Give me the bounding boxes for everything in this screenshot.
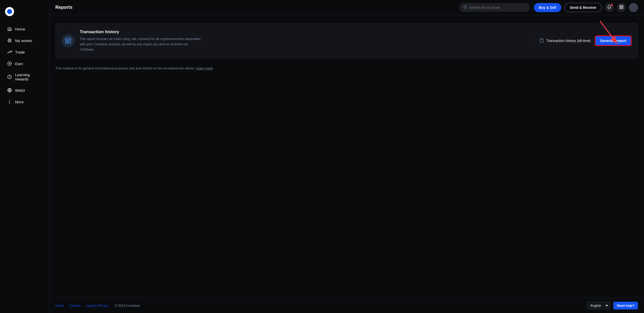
- earn-icon: [7, 61, 12, 66]
- sidebar-item-learning-rewards[interactable]: Learning rewards: [2, 70, 47, 84]
- send-receive-button[interactable]: Send & Receive: [564, 3, 602, 12]
- sidebar-item-earn-label: Earn: [15, 62, 23, 66]
- report-card: Transaction history This report includes…: [55, 23, 638, 58]
- sidebar: Home My assets Trade: [0, 0, 49, 313]
- sidebar-item-more-label: More: [15, 100, 24, 104]
- report-title: Transaction history: [80, 29, 522, 34]
- sidebar-item-my-assets[interactable]: My assets: [2, 35, 47, 46]
- report-type: Transaction history (all-time): [539, 38, 591, 43]
- svg-rect-17: [620, 8, 621, 9]
- sidebar-item-trade-label: Trade: [15, 50, 25, 54]
- buy-sell-button[interactable]: Buy & Sell: [534, 3, 561, 12]
- avatar[interactable]: [629, 3, 638, 12]
- sidebar-item-web3[interactable]: Web3: [2, 85, 47, 96]
- search-icon: [463, 5, 467, 10]
- home-icon: [7, 26, 12, 31]
- learn-more-link[interactable]: Learn more: [196, 66, 213, 70]
- need-help-button[interactable]: Need help?: [613, 302, 638, 309]
- sidebar-logo[interactable]: [0, 4, 49, 23]
- svg-point-3: [9, 40, 10, 41]
- sidebar-item-trade[interactable]: Trade: [2, 47, 47, 58]
- svg-rect-18: [622, 8, 623, 9]
- transaction-history-icon: [65, 37, 72, 45]
- notification-dot: [611, 4, 613, 6]
- footer-link-careers[interactable]: Careers: [69, 304, 81, 307]
- topbar-actions: Buy & Sell Send & Receive: [534, 3, 638, 12]
- footer-copyright: © 2023 Coinbase: [114, 304, 140, 307]
- notifications-button[interactable]: [605, 3, 614, 12]
- learning-icon: [7, 74, 12, 79]
- svg-rect-15: [620, 5, 621, 7]
- my-assets-icon: [7, 38, 12, 43]
- svg-point-10: [9, 100, 10, 101]
- main-content: Transaction history This report includes…: [49, 15, 644, 301]
- footer-links: Home Careers Legal & Privacy: [55, 304, 108, 307]
- apps-button[interactable]: [617, 3, 626, 12]
- report-info: Transaction history This report includes…: [80, 29, 522, 52]
- more-icon: [7, 99, 12, 104]
- report-description: This report includes all orders (buy, se…: [80, 36, 200, 52]
- sidebar-nav: Home My assets Trade: [0, 23, 49, 309]
- svg-point-11: [9, 102, 10, 102]
- report-icon-wrapper: [62, 34, 75, 47]
- sidebar-item-my-assets-label: My assets: [15, 38, 32, 43]
- svg-point-2: [8, 39, 11, 42]
- footer-link-home[interactable]: Home: [55, 304, 64, 307]
- svg-rect-19: [66, 38, 71, 43]
- svg-point-12: [9, 103, 10, 104]
- search-input[interactable]: [469, 6, 526, 10]
- footer-right: English Español Français Need help?: [587, 302, 638, 309]
- grid-icon: [619, 5, 624, 10]
- sidebar-item-home[interactable]: Home: [2, 23, 47, 34]
- svg-point-1: [7, 9, 12, 14]
- svg-line-14: [466, 8, 467, 9]
- disclaimer-text: This material is for general information…: [55, 66, 195, 70]
- document-icon: [539, 38, 544, 43]
- svg-rect-16: [622, 5, 623, 7]
- web3-icon: [7, 88, 12, 93]
- search-bar[interactable]: [459, 3, 530, 12]
- footer-link-legal[interactable]: Legal & Privacy: [86, 304, 108, 307]
- generate-report-button[interactable]: Generate report: [595, 35, 632, 46]
- sidebar-item-more[interactable]: More: [2, 96, 47, 107]
- report-right: Transaction history (all-time) Generate …: [533, 35, 632, 46]
- disclaimer: This material is for general information…: [55, 66, 638, 70]
- trade-icon: [7, 50, 12, 55]
- sidebar-item-web3-label: Web3: [15, 88, 25, 93]
- page-title: Reports: [55, 5, 72, 10]
- topbar: Reports Buy & Sell Send & Receive: [49, 0, 644, 15]
- report-type-label: Transaction history (all-time): [546, 39, 591, 43]
- footer: Home Careers Legal & Privacy © 2023 Coin…: [49, 298, 644, 313]
- sidebar-item-home-label: Home: [15, 27, 25, 31]
- language-select[interactable]: English Español Français: [587, 302, 610, 309]
- sidebar-item-learning-rewards-label: Learning rewards: [15, 73, 42, 81]
- sidebar-item-earn[interactable]: Earn: [2, 58, 47, 69]
